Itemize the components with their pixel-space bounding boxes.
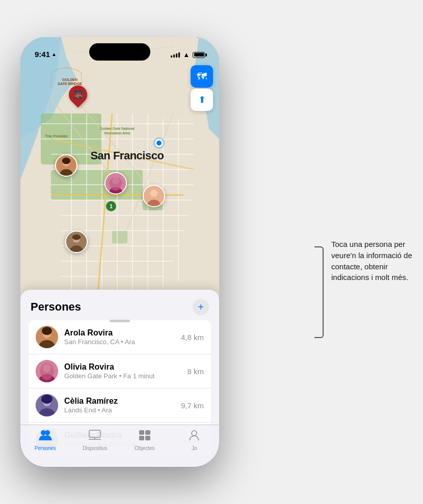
- map-buttons: 🗺 ⬆: [191, 65, 213, 111]
- person-item-olivia[interactable]: Olivia Rovira Golden Gate Park • Fa 1 mi…: [29, 354, 211, 388]
- svg-point-41: [41, 395, 52, 404]
- tab-objectes[interactable]: Objectes: [120, 429, 170, 451]
- status-time: 9:41 ▲: [35, 50, 57, 59]
- signal-bar-1: [171, 55, 172, 58]
- map-icon: 🗺: [197, 71, 207, 82]
- objectes-icon: [138, 429, 151, 443]
- svg-rect-53: [145, 436, 150, 440]
- highway-marker: 1: [106, 201, 116, 211]
- tab-label-dispositius: Dispositius: [83, 445, 107, 451]
- tab-label-persones: Persones: [35, 445, 56, 451]
- person-distance-olivia: 8 km: [187, 367, 204, 376]
- person-name-olivia: Olivia Rovira: [64, 362, 187, 372]
- location-dot: [155, 139, 163, 147]
- person-info-celia: Cèlia Ramírez Lands End • Ara: [64, 397, 181, 414]
- person-item-celia[interactable]: Cèlia Ramírez Lands End • Ara 9,7 km: [29, 388, 211, 423]
- jo-icon: [189, 429, 200, 443]
- time-display: 9:41: [35, 50, 50, 59]
- map-view-button[interactable]: 🗺: [191, 65, 213, 88]
- location-arrow-icon: ▲: [51, 51, 57, 57]
- pin-avatar-arola: [55, 154, 77, 177]
- person-location-celia: Lands End • Ara: [64, 406, 181, 414]
- svg-point-33: [72, 234, 81, 240]
- person-name-celia: Cèlia Ramírez: [64, 397, 181, 406]
- person-name-arola: Arola Rovira: [64, 328, 181, 338]
- pin-avatar-person3: [143, 185, 165, 207]
- dynamic-island: [89, 43, 150, 61]
- dispositius-icon: [88, 429, 101, 443]
- svg-point-46: [45, 430, 50, 435]
- svg-rect-51: [145, 430, 150, 435]
- wifi-icon: ▲: [183, 51, 190, 59]
- signal-bars: [171, 52, 180, 58]
- svg-point-54: [192, 431, 197, 436]
- annotation-text: Toca una persona per veure'n la informac…: [331, 239, 413, 283]
- person-info-olivia: Olivia Rovira Golden Gate Park • Fa 1 mi…: [64, 362, 187, 380]
- map-pin-person3[interactable]: [143, 185, 165, 207]
- swipe-handle[interactable]: [110, 320, 130, 322]
- gg-national-label: Golden Gate National Recreation Area: [97, 126, 138, 135]
- status-icons: ▲: [171, 51, 205, 59]
- svg-rect-47: [89, 430, 100, 437]
- svg-point-36: [42, 327, 52, 335]
- sheet-title: Persones: [31, 300, 81, 314]
- tab-persones[interactable]: Persones: [20, 429, 70, 451]
- person-location-olivia: Golden Gate Park • Fa 1 minut: [64, 372, 187, 380]
- tab-label-objectes: Objectes: [135, 445, 154, 451]
- annotation-bracket: [314, 246, 324, 338]
- bottom-sheet: Persones +: [20, 290, 219, 467]
- golden-gate-label: GOLDEN GATE BRIDGE: [57, 78, 83, 87]
- signal-bar-4: [178, 52, 180, 58]
- map-pin-guillem[interactable]: [65, 231, 88, 253]
- person-location-arola: San Francisco, CA • Ara: [64, 338, 181, 346]
- person-avatar-olivia: [36, 360, 58, 382]
- pin-avatar-guillem: [65, 231, 88, 253]
- svg-point-26: [62, 158, 70, 164]
- svg-rect-50: [139, 430, 144, 435]
- phone-frame: 9:41 ▲ ▲: [20, 37, 219, 467]
- battery-icon: [193, 52, 205, 58]
- sheet-header: Persones +: [20, 290, 219, 320]
- person-item-arola[interactable]: Arola Rovira San Francisco, CA • Ara 4,8…: [29, 320, 211, 354]
- map-area[interactable]: 🌉 GOLDEN GATE BRIDGE The Presidio Golden…: [20, 37, 219, 325]
- compass-icon: ⬆: [198, 94, 206, 105]
- svg-rect-52: [139, 436, 144, 440]
- tab-jo[interactable]: Jo: [170, 429, 220, 451]
- person-avatar-arola: [36, 326, 58, 348]
- map-pin-arola[interactable]: [55, 154, 77, 177]
- tab-dispositius[interactable]: Dispositius: [70, 429, 120, 451]
- location-button[interactable]: ⬆: [191, 89, 213, 111]
- signal-bar-2: [173, 54, 175, 58]
- presidio-label: The Presidio: [45, 134, 68, 138]
- scene: 9:41 ▲ ▲: [0, 0, 423, 504]
- person-avatar-celia: [36, 394, 58, 416]
- tab-bar: Persones Dispositius: [20, 425, 219, 467]
- map-pin-olivia[interactable]: [104, 172, 127, 194]
- svg-point-30: [150, 189, 158, 197]
- person-distance-celia: 9,7 km: [181, 401, 204, 410]
- battery-fill: [194, 53, 204, 57]
- signal-bar-3: [176, 53, 177, 58]
- map-city-label: San Francisco: [90, 149, 164, 162]
- tab-label-jo: Jo: [192, 445, 197, 451]
- add-icon: +: [198, 301, 204, 313]
- person-info-arola: Arola Rovira San Francisco, CA • Ara: [64, 328, 181, 346]
- person-distance-arola: 4,8 km: [181, 333, 204, 342]
- add-person-button[interactable]: +: [193, 299, 209, 315]
- pin-avatar-olivia: [104, 172, 127, 194]
- svg-rect-4: [112, 231, 127, 243]
- phone-screen: 9:41 ▲ ▲: [20, 37, 219, 467]
- persones-icon: [38, 429, 52, 443]
